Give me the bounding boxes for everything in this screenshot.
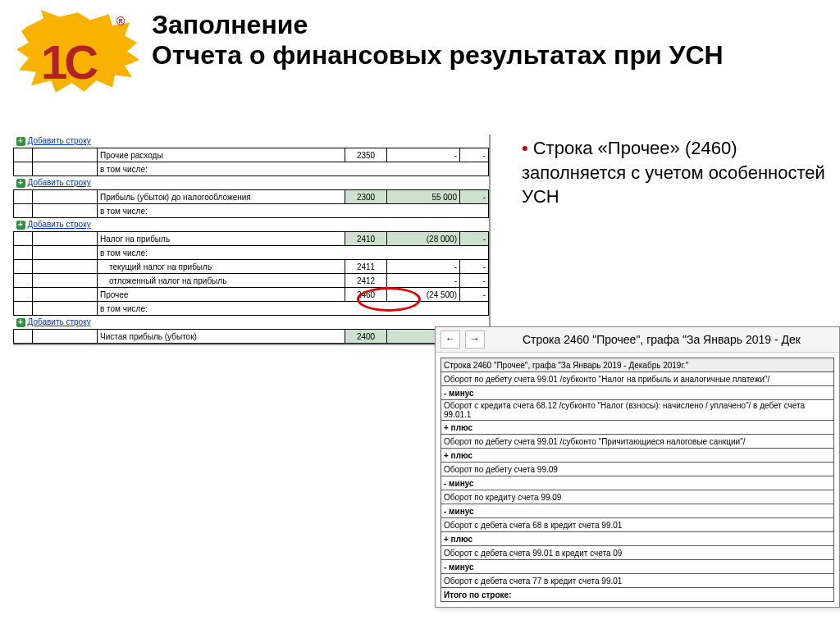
detail-line: Оборот с кредита счета 68.12 /субконто "… [441,400,834,421]
plus-icon: + [16,318,25,327]
row-code: 2460 [345,288,387,302]
logo-text: 1С [41,34,95,89]
detail-table: Строка 2460 "Прочее", графа "За Январь 2… [441,358,834,602]
row-val2[interactable]: - [460,260,489,274]
add-line-link[interactable]: Добавить строку [28,220,91,229]
row-name: Прочие расходы [98,148,345,162]
expand-cell[interactable] [14,148,33,162]
row-name: Прибыль (убыток) до налогообложения [98,190,345,204]
detail-title: Строка 2460 "Прочее", графа "За Январь 2… [523,333,801,346]
including-label: в том числе: [98,162,489,176]
detail-line: - минус [441,560,834,574]
table-row: Прибыль (убыток) до налогообложения 2300… [14,190,489,204]
table-row: в том числе: [14,204,489,218]
row-code: 2410 [345,232,387,246]
row-name: Чистая прибыль (убыток) [98,330,345,344]
row-val2[interactable]: - [460,274,489,288]
detail-line: - минус [441,476,834,490]
detail-line: Оборот с дебета счета 99.01 в кредит сче… [441,546,834,560]
add-line-row[interactable]: +Добавить строку [14,176,489,190]
add-line-row[interactable]: +Добавить строку [14,316,489,330]
nav-back-button[interactable]: ← [441,330,460,349]
bullet-icon: • [522,138,528,158]
title-line1: Заполнение [152,10,308,39]
row-code: 2300 [345,190,387,204]
plus-icon: + [16,221,25,230]
detail-line: Оборот по дебету счета 99.01 /субконто "… [441,372,834,386]
row-name: отложенный налог на прибыль [98,274,345,288]
table-row: в том числе: [14,246,489,260]
page-title: Заполнение Отчета о финансовых результат… [152,10,724,71]
detail-body: Строка 2460 "Прочее", графа "За Январь 2… [436,353,839,607]
detail-line: + плюс [441,532,834,546]
report-panel: +Добавить строку Прочие расходы 2350 - -… [13,134,491,345]
table-row: текущий налог на прибыль 2411 - - [14,260,489,274]
row-code: 2412 [345,274,387,288]
row-code: 2411 [345,260,387,274]
detail-total-line: Итого по строке: [441,588,834,602]
add-line-link[interactable]: Добавить строку [28,178,91,187]
report-table: +Добавить строку Прочие расходы 2350 - -… [13,134,489,344]
add-line-link[interactable]: Добавить строку [28,136,91,145]
table-row: в том числе: [14,302,489,316]
row-val1[interactable]: 55 000 [387,190,460,204]
row-name: Прочее [98,288,345,302]
table-row: Чистая прибыль (убыток) 2400 2 500 - [14,330,489,344]
detail-line: + плюс [441,421,834,435]
table-row: отложенный налог на прибыль 2412 - - [14,274,489,288]
detail-toolbar: ← → Строка 2460 "Прочее", графа "За Янва… [436,327,839,353]
row-val2[interactable]: - [460,148,489,162]
logo-1c: 1С ® [16,10,139,100]
row-val2[interactable]: - [460,232,489,246]
detail-line: + плюс [441,449,834,463]
row-code: 2350 [345,148,387,162]
detail-line: Оборот по дебету счета 99.01 /субконто "… [441,435,834,449]
detail-panel: ← → Строка 2460 "Прочее", графа "За Янва… [435,326,840,608]
row-val2[interactable]: - [460,288,489,302]
table-row-highlighted: Прочее 2460 (24 500) - [14,288,489,302]
row-val1[interactable]: - [387,260,460,274]
including-label: в том числе: [98,246,489,260]
row-code: 2400 [345,330,387,344]
bullet-text: Строка «Прочее» (2460) заполняется с уче… [522,138,825,207]
row-val1[interactable]: (24 500) [387,288,460,302]
title-line2: Отчета о финансовых результатах при УСН [152,40,724,70]
detail-line: Оборот по кредиту счета 99.09 [441,490,834,504]
detail-header-cell: Строка 2460 "Прочее", графа "За Январь 2… [441,358,834,372]
detail-line: Оборот с дебета счета 77 в кредит счета … [441,574,834,588]
detail-line: - минус [441,504,834,518]
row-val1[interactable]: - [387,274,460,288]
add-line-row[interactable]: +Добавить строку [14,134,489,148]
detail-line: - минус [441,386,834,400]
detail-line: Оборот по дебету счета 99.09 [441,463,834,476]
table-row: Прочие расходы 2350 - - [14,148,489,162]
table-row: Налог на прибыль 2410 (28 000) - [14,232,489,246]
including-label: в том числе: [98,204,489,218]
table-row: в том числе: [14,162,489,176]
nav-forward-button[interactable]: → [465,330,485,349]
row-val1[interactable]: - [387,148,460,162]
add-line-row[interactable]: +Добавить строку [14,218,489,232]
logo-registered-icon: ® [116,15,125,28]
add-line-link[interactable]: Добавить строку [28,317,91,326]
header: 1С ® Заполнение Отчета о финансовых резу… [16,10,832,100]
including-label: в том числе: [98,302,489,316]
description-bullet: •Строка «Прочее» (2460) заполняется с уч… [522,136,832,209]
plus-icon: + [16,179,25,188]
row-val1[interactable]: (28 000) [387,232,460,246]
detail-line: Оборот с дебета счета 68 в кредит счета … [441,518,834,532]
row-name: текущий налог на прибыль [98,260,345,274]
row-name: Налог на прибыль [98,232,345,246]
row-val2[interactable]: - [460,190,489,204]
plus-icon: + [16,137,25,146]
